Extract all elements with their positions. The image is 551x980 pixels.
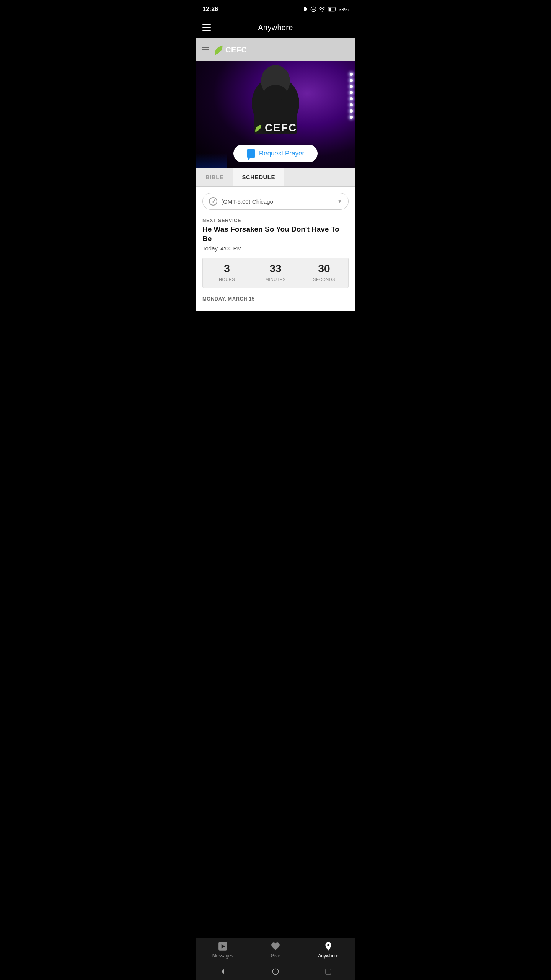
dnd-icon	[310, 6, 316, 12]
light-dot	[350, 91, 353, 94]
prayer-button-label: Request Prayer	[259, 150, 304, 157]
tabs-container: BIBLE SCHEDULE	[196, 168, 355, 187]
countdown-timer: 3 HOURS 33 MINUTES 30 SECONDS	[202, 258, 349, 288]
sub-header: CEFC	[196, 38, 355, 61]
stage-lights-right	[332, 69, 355, 145]
next-service-label: NEXT SERVICE	[202, 217, 349, 223]
svg-rect-2	[306, 8, 307, 11]
svg-point-10	[264, 85, 287, 100]
svg-rect-6	[329, 8, 331, 11]
light-dot	[350, 73, 353, 76]
seconds-value: 30	[304, 263, 344, 274]
minutes-label: MINUTES	[266, 277, 286, 282]
prayer-button-container: Request Prayer	[233, 145, 318, 162]
light-dot	[350, 85, 353, 88]
wifi-icon	[319, 6, 326, 12]
stage-lights-left	[196, 153, 227, 168]
dropdown-arrow-icon: ▼	[337, 199, 342, 204]
minutes-value: 33	[255, 263, 296, 274]
cefc-logo: CEFC	[213, 44, 247, 56]
battery-percent: 33%	[339, 7, 349, 12]
content-area: (GMT-5:00) Chicago ▼ NEXT SERVICE He Was…	[196, 187, 355, 311]
tab-schedule[interactable]: SCHEDULE	[233, 168, 285, 186]
next-service-section: NEXT SERVICE He Was Forsaken So You Don'…	[202, 217, 349, 252]
prayer-chat-icon	[247, 149, 255, 158]
timezone-selector[interactable]: (GMT-5:00) Chicago ▼	[202, 193, 349, 210]
service-time: Today, 4:00 PM	[202, 245, 349, 252]
upcoming-date: MONDAY, MARCH 15	[202, 296, 349, 305]
countdown-hours: 3 HOURS	[203, 258, 251, 288]
shirt-leaf-icon	[254, 123, 262, 133]
clock-icon	[209, 197, 217, 206]
light-dot	[350, 79, 353, 82]
hours-value: 3	[207, 263, 247, 274]
light-dot	[350, 103, 353, 106]
status-icons: 33%	[302, 6, 349, 12]
sub-hamburger-menu[interactable]	[202, 47, 209, 52]
light-dot	[350, 97, 353, 100]
request-prayer-button[interactable]: Request Prayer	[233, 145, 318, 162]
speaker-silhouette	[243, 65, 308, 149]
shirt-cefc-text: CEFC	[254, 122, 297, 134]
tab-bible[interactable]: BIBLE	[196, 168, 233, 186]
light-dot	[350, 109, 353, 113]
light-dot	[350, 116, 353, 119]
app-header: Anywhere	[196, 17, 355, 38]
timezone-value: (GMT-5:00) Chicago	[221, 198, 334, 205]
video-container: CEFC Request Prayer	[196, 61, 355, 168]
countdown-minutes: 33 MINUTES	[251, 258, 300, 288]
svg-rect-1	[303, 8, 303, 11]
seconds-label: SECONDS	[313, 277, 335, 282]
cefc-leaf-icon	[213, 44, 224, 56]
app-title: Anywhere	[258, 23, 293, 32]
hamburger-menu[interactable]	[202, 24, 211, 31]
svg-rect-7	[335, 8, 336, 10]
hours-label: HOURS	[219, 277, 235, 282]
countdown-seconds: 30 SECONDS	[300, 258, 348, 288]
status-bar: 12:26 33%	[196, 0, 355, 17]
service-title: He Was Forsaken So You Don't Have To Be	[202, 225, 349, 243]
battery-icon	[328, 7, 336, 12]
vibrate-icon	[302, 6, 308, 12]
svg-rect-0	[304, 7, 306, 11]
status-time: 12:26	[202, 6, 218, 13]
cefc-logo-text: CEFC	[225, 46, 247, 54]
